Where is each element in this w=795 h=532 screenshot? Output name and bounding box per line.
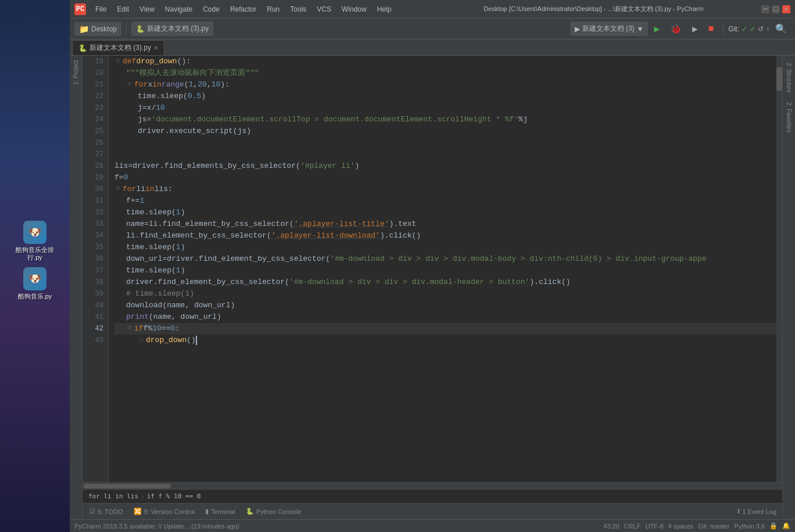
desktop-icon-2[interactable]: 🐶 酷狗音乐.py (9, 267, 61, 300)
todo-label: 6: TODO (98, 508, 123, 515)
horizontal-scrollbar[interactable] (83, 482, 782, 489)
code-line-40: download(name, down_url) (114, 300, 776, 311)
right-scrollbar[interactable] (776, 56, 782, 482)
desktop-icon-2-image: 🐶 (23, 267, 46, 290)
code-line-37: time.sleep(1) (114, 265, 776, 276)
favorites-panel-tab[interactable]: 2: Favorites (783, 98, 794, 137)
ln-38: 38 (83, 276, 103, 288)
menu-edit[interactable]: Edit (112, 3, 134, 16)
menu-file[interactable]: File (91, 3, 111, 16)
ln-23: 23 (83, 102, 103, 114)
run-button[interactable]: ▶ (649, 21, 664, 37)
left-sidebar: 1: Project (70, 56, 83, 519)
event-log-icon: ℹ (737, 508, 740, 515)
status-notifications-icon[interactable]: 🔔 (782, 522, 790, 530)
code-editor: 19 20 21 22 23 24 25 26 27 28 29 30 31 3… (83, 56, 782, 519)
pycharm-window: PC File Edit View Navigate Code Refactor… (70, 0, 795, 532)
menu-window[interactable]: Window (337, 3, 371, 16)
search-everywhere-button[interactable]: 🔍 (772, 21, 790, 37)
collapse-42[interactable]: ▽ (126, 325, 133, 332)
git-check-1[interactable]: ✓ (742, 25, 747, 33)
code-line-43: □ drop_down() (114, 335, 776, 346)
vc-icon: 🔀 (134, 508, 142, 515)
menu-code[interactable]: Code (198, 3, 224, 16)
scrollbar-thumb[interactable] (776, 67, 782, 91)
menu-vcs[interactable]: VCS (312, 3, 336, 16)
run-config-selector[interactable]: ▶ 新建文本文档 (3) ▼ (570, 21, 649, 36)
menu-refactor[interactable]: Refactor (225, 3, 261, 16)
folder-button[interactable]: 📁 Desktop (74, 22, 121, 36)
code-line-36: down_url = driver.find_element_by_css_se… (114, 253, 776, 265)
ln-30: 30 (83, 184, 103, 195)
code-line-19: ▽ def drop_down(): (114, 56, 776, 67)
todo-icon: ☑ (89, 508, 95, 515)
python-console-icon: 🐍 (246, 508, 254, 515)
menu-help[interactable]: Help (373, 3, 396, 16)
status-python[interactable]: Python 3.6 (734, 523, 765, 530)
h-scroll-thumb[interactable] (84, 484, 171, 488)
code-line-38: driver.find_element_by_css_selector('#m-… (114, 276, 776, 288)
menu-tools[interactable]: Tools (285, 3, 311, 16)
file-tab[interactable]: 🐍 新建文本文档 (3).py ✕ (72, 40, 164, 55)
desktop-icon-1[interactable]: 🐶 酷狗音乐全排行.py (9, 221, 61, 261)
code-body[interactable]: ▽ def drop_down(): """模拟人去滚动鼠标向下浏览页面""" … (109, 56, 776, 482)
ln-29: 29 (83, 172, 103, 184)
maximize-button[interactable]: □ (772, 5, 780, 13)
breadcrumb-item-1[interactable]: for li in lis (88, 493, 138, 500)
window-title: Desktop [C:\Users\Administrator\Desktop]… (426, 5, 761, 13)
menu-run[interactable]: Run (262, 3, 284, 16)
code-content: 19 20 21 22 23 24 25 26 27 28 29 30 31 3… (83, 56, 782, 482)
stop-button[interactable]: ■ (704, 21, 719, 37)
minimize-button[interactable]: — (761, 5, 769, 13)
menu-view[interactable]: View (135, 3, 159, 16)
window-controls: — □ ✕ (761, 5, 790, 13)
status-left: PyCharm 2019.3.5 available: // Update...… (74, 523, 599, 530)
debug-button[interactable]: 🐞 (665, 21, 686, 37)
run-dropdown-icon: ▼ (637, 25, 644, 33)
run-with-coverage-button[interactable]: ▶ (687, 21, 703, 37)
ln-22: 22 (83, 91, 103, 102)
toolbar-separator-1 (126, 23, 127, 35)
code-line-27 (114, 149, 776, 160)
todo-tab[interactable]: ☑ 6: TODO (85, 505, 128, 517)
status-line-ending[interactable]: CRLF (624, 523, 641, 530)
code-line-22: time.sleep(0.5) (114, 91, 776, 102)
project-panel-tab[interactable]: 1: Project (70, 56, 81, 89)
python-console-label: Python Console (256, 508, 302, 515)
terminal-tab[interactable]: ▮ Terminal (200, 505, 240, 517)
status-position[interactable]: 43:20 (603, 523, 619, 530)
git-check-2[interactable]: ✓ (750, 25, 755, 33)
status-bar: PyCharm 2019.3.5 available: // Update...… (70, 519, 795, 532)
status-encoding[interactable]: UTF-8 (645, 523, 663, 530)
status-indent[interactable]: 4 spaces (668, 523, 694, 530)
event-log-button[interactable]: ℹ 1 Event Log (734, 506, 780, 516)
collapse-43[interactable]: □ (138, 337, 145, 344)
ln-32: 32 (83, 207, 103, 218)
status-update[interactable]: PyCharm 2019.3.5 available: // Update...… (74, 523, 239, 530)
collapse-30[interactable]: ▽ (114, 186, 121, 193)
terminal-label: Terminal (211, 508, 235, 515)
file-tab-label: 新建文本文档 (3).py (147, 24, 209, 34)
git-push-btn[interactable]: ↑ (766, 25, 769, 33)
git-history-btn[interactable]: ↺ (758, 25, 764, 33)
ln-34: 34 (83, 230, 103, 242)
code-line-31: f += 1 (114, 195, 776, 207)
collapse-21[interactable]: ▽ (126, 81, 133, 88)
menu-navigate[interactable]: Navigate (160, 3, 197, 16)
tab-close-button[interactable]: ✕ (153, 45, 158, 51)
run-icon: ▶ (575, 25, 580, 33)
toolbar-separator-2 (723, 23, 724, 35)
collapse-19[interactable]: ▽ (114, 58, 121, 65)
status-lock-icon: 🔒 (769, 522, 778, 530)
python-console-tab[interactable]: 🐍 Python Console (241, 505, 306, 517)
desktop-icon-1-label: 酷狗音乐全排行.py (9, 246, 61, 261)
version-control-tab[interactable]: 🔀 9: Version Control (129, 505, 199, 517)
close-button[interactable]: ✕ (782, 5, 790, 13)
right-sidebar: 2: Structure 2: Favorites (782, 56, 795, 519)
run-config-label: 新建文本文档 (3) (582, 24, 635, 34)
structure-panel-tab[interactable]: 2: Structure (783, 58, 794, 98)
breadcrumb-item-2[interactable]: if f % 10 == 0 (147, 493, 201, 500)
file-tab-button[interactable]: 🐍 新建文本文档 (3).py (131, 21, 213, 36)
event-log-label: 1 Event Log (742, 508, 776, 515)
status-git[interactable]: Git: master (699, 523, 730, 530)
